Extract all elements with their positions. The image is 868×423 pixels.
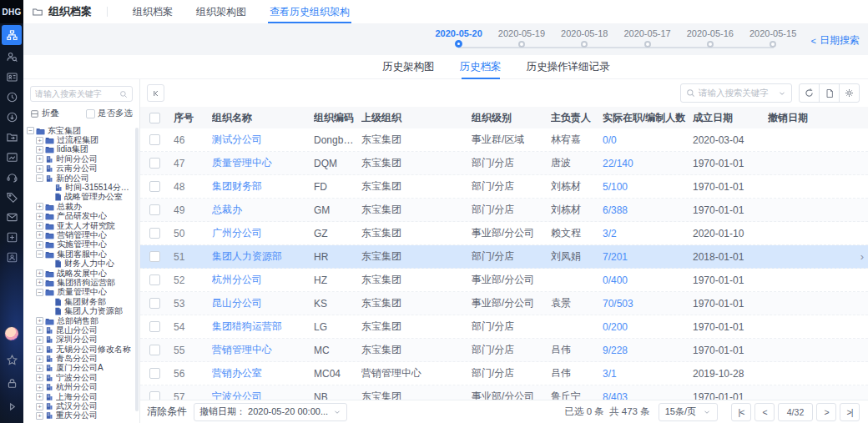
phone-service-icon[interactable] bbox=[2, 167, 22, 187]
collapse-node-icon[interactable]: − bbox=[36, 174, 43, 182]
tree-search-input[interactable]: 请输入搜索关键字 bbox=[30, 86, 133, 102]
row-checkbox[interactable] bbox=[149, 345, 160, 355]
expand-node-icon[interactable]: + bbox=[36, 222, 43, 229]
collapse-toggle[interactable]: 折叠 bbox=[30, 108, 86, 119]
row-checkbox[interactable] bbox=[149, 204, 160, 215]
multiselect-checkbox[interactable] bbox=[86, 109, 95, 118]
lock-icon[interactable] bbox=[2, 373, 22, 393]
collapse-node-icon[interactable]: − bbox=[36, 250, 43, 258]
expand-node-icon[interactable]: + bbox=[36, 203, 43, 210]
org-name-link[interactable]: 集团财务部 bbox=[212, 180, 262, 192]
row-checkbox[interactable] bbox=[149, 368, 160, 379]
panel-collapse-button[interactable] bbox=[147, 84, 164, 102]
page-indicator[interactable]: 4/32 bbox=[778, 403, 813, 421]
column-header[interactable]: 组织级别 bbox=[472, 111, 551, 125]
first-page-button[interactable]: |< bbox=[731, 403, 751, 421]
timeline-dot[interactable] bbox=[455, 40, 462, 48]
expand-node-icon[interactable]: + bbox=[36, 213, 43, 220]
select-all-checkbox[interactable] bbox=[149, 113, 160, 123]
clear-filters-button[interactable]: 清除条件 bbox=[147, 405, 187, 419]
row-checkbox[interactable] bbox=[149, 274, 160, 285]
table-row[interactable]: 52杭州分公司HZ东宝集团事业部/分公司0/4001970-01-01 bbox=[140, 269, 868, 292]
org-name-link[interactable]: 广州分公司 bbox=[212, 227, 262, 239]
expand-node-icon[interactable]: + bbox=[36, 279, 43, 286]
timeline-date[interactable]: 2020-05-16 bbox=[679, 23, 741, 48]
column-header[interactable]: 组织编码▴ bbox=[314, 111, 361, 125]
settings-button[interactable] bbox=[839, 83, 860, 103]
timeline-dot[interactable] bbox=[644, 41, 651, 48]
row-checkbox[interactable] bbox=[149, 228, 160, 239]
expand-node-icon[interactable]: + bbox=[36, 326, 43, 334]
expand-node-icon[interactable]: + bbox=[36, 231, 43, 239]
headcount-link[interactable]: 0/200 bbox=[603, 321, 628, 333]
headcount-link[interactable]: 0/400 bbox=[603, 274, 628, 286]
tag-icon[interactable] bbox=[2, 187, 22, 207]
multiselect-toggle[interactable]: 是否多选 bbox=[86, 108, 133, 119]
top-tab[interactable]: 组织架构图 bbox=[184, 0, 258, 23]
headcount-link[interactable]: 70/503 bbox=[603, 298, 633, 310]
view-tab[interactable]: 历史档案 bbox=[460, 55, 502, 79]
row-checkbox[interactable] bbox=[149, 134, 160, 145]
download-circle-icon[interactable] bbox=[2, 107, 22, 127]
org-name-link[interactable]: 昆山分公司 bbox=[212, 297, 262, 309]
expand-node-icon[interactable]: + bbox=[36, 269, 43, 277]
timeline-dot[interactable] bbox=[707, 41, 714, 48]
folder-share-icon[interactable] bbox=[2, 127, 22, 147]
row-checkbox[interactable] bbox=[149, 251, 160, 262]
row-checkbox[interactable] bbox=[149, 158, 160, 169]
archive-person-icon[interactable] bbox=[2, 247, 22, 267]
collapse-node-icon[interactable]: − bbox=[27, 127, 34, 134]
timeline-date[interactable]: 2020-05-17 bbox=[616, 23, 679, 48]
timeline-date[interactable]: 2020-05-19 bbox=[490, 23, 553, 48]
contact-mail-icon[interactable] bbox=[2, 207, 22, 227]
timeline-dot[interactable] bbox=[581, 41, 588, 48]
app-logo[interactable]: DHG bbox=[0, 0, 23, 23]
headcount-link[interactable]: 3/2 bbox=[603, 228, 617, 239]
column-header[interactable]: 主负责人 bbox=[551, 111, 603, 125]
table-row[interactable]: 53昆山分公司KS东宝集团事业部/分公司袁景70/5031970-01-01 bbox=[140, 292, 868, 315]
table-row[interactable]: 48集团财务部FD东宝集团部门/分店刘栋材5/1001970-01-01 bbox=[140, 175, 868, 199]
expand-node-icon[interactable]: + bbox=[36, 384, 43, 391]
expand-node-icon[interactable]: + bbox=[36, 155, 43, 163]
expand-node-icon[interactable]: + bbox=[36, 165, 43, 173]
headcount-link[interactable]: 6/388 bbox=[603, 204, 628, 216]
expand-node-icon[interactable]: + bbox=[36, 345, 43, 353]
headcount-link[interactable]: 9/228 bbox=[603, 345, 628, 356]
column-header[interactable]: 组织名称 bbox=[212, 111, 314, 125]
table-row[interactable]: 55营销管理中心MC东宝集团部门/分店吕伟9/2281970-01-01 bbox=[140, 339, 868, 362]
table-row[interactable]: 51集团人力资源部HR东宝集团部门/分店刘凤娟7/2012018-01-01› bbox=[140, 245, 868, 269]
page-size-select[interactable]: 15条/页 bbox=[659, 403, 718, 421]
export-button[interactable] bbox=[819, 83, 840, 103]
org-name-link[interactable]: 营销管理中心 bbox=[212, 344, 272, 355]
date-search-link[interactable]: < 日期搜索 bbox=[811, 33, 860, 48]
expand-node-icon[interactable]: + bbox=[36, 393, 43, 400]
expand-node-icon[interactable]: + bbox=[36, 317, 43, 325]
org-structure-icon[interactable] bbox=[2, 25, 22, 45]
history-clock-icon[interactable] bbox=[2, 87, 22, 107]
user-avatar[interactable] bbox=[4, 326, 19, 341]
table-row[interactable]: 50广州分公司GZ东宝集团事业部/分公司赖文程3/22020-01-10 bbox=[140, 222, 868, 245]
org-name-link[interactable]: 质量管理中心 bbox=[212, 157, 272, 169]
org-name-link[interactable]: 集团猎狗运营部 bbox=[212, 320, 282, 332]
top-tab[interactable]: 查看历史组织架构 bbox=[258, 0, 361, 23]
timeline-dot[interactable] bbox=[770, 41, 776, 48]
column-header[interactable]: 成立日期 bbox=[693, 111, 768, 125]
column-header[interactable]: 实际在职/编制人数 bbox=[603, 111, 693, 125]
view-tab[interactable]: 历史架构图 bbox=[382, 55, 435, 79]
expand-node-icon[interactable]: + bbox=[36, 412, 43, 420]
archive-add-icon[interactable] bbox=[2, 227, 22, 247]
next-page-button[interactable]: > bbox=[816, 403, 836, 421]
gallery-icon[interactable] bbox=[2, 147, 22, 167]
row-expand-chevron-icon[interactable]: › bbox=[860, 250, 864, 263]
table-row[interactable]: 49总裁办GM东宝集团部门/分店刘栋材6/3881970-01-01 bbox=[140, 199, 868, 222]
row-checkbox[interactable] bbox=[149, 321, 160, 332]
expand-node-icon[interactable]: + bbox=[36, 146, 43, 154]
column-header[interactable]: 上级组织 bbox=[361, 111, 472, 125]
column-header[interactable]: 撤销日期 bbox=[768, 111, 868, 125]
star-icon[interactable] bbox=[2, 350, 22, 370]
headcount-link[interactable]: 7/201 bbox=[603, 251, 628, 263]
person-search-icon[interactable] bbox=[2, 47, 22, 67]
table-row[interactable]: 56营销办公室MC04营销管理中心部门/分店吕伟3/12019-10-28 bbox=[140, 362, 868, 385]
tree-node[interactable]: +重庆分公司 bbox=[27, 411, 134, 420]
tree-scrollbar[interactable] bbox=[135, 128, 139, 411]
